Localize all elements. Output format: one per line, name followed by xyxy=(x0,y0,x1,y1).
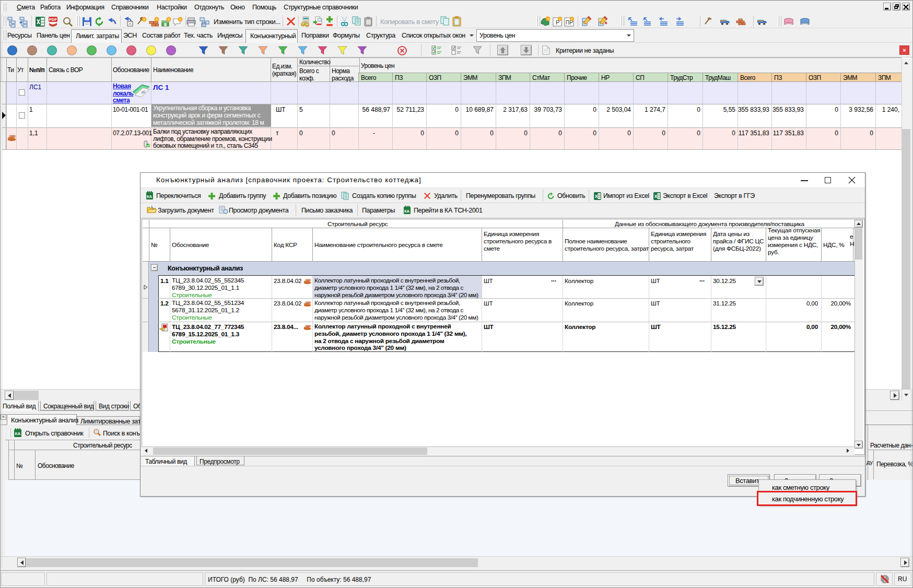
svg-text:КА: КА xyxy=(404,209,410,214)
svg-text:X: X xyxy=(594,194,598,199)
svg-text:PDF: PDF xyxy=(49,17,57,22)
svg-text:КА: КА xyxy=(15,431,21,436)
svg-text:X: X xyxy=(654,194,658,199)
svg-text:КА: КА xyxy=(147,194,153,199)
